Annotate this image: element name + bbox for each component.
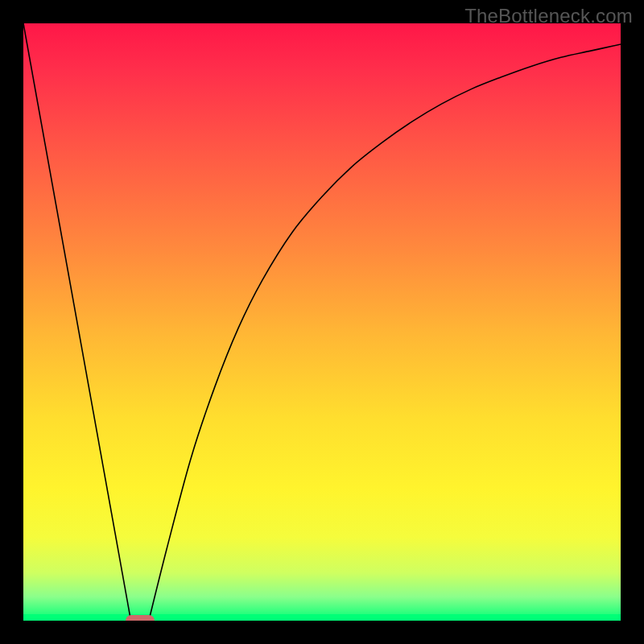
left-branch-path bbox=[23, 23, 131, 621]
right-branch-path bbox=[149, 44, 621, 621]
optimum-marker bbox=[126, 615, 155, 621]
chart-frame: TheBottleneck.com bbox=[0, 0, 644, 644]
curve-layer bbox=[23, 23, 621, 621]
plot-area bbox=[23, 23, 621, 621]
